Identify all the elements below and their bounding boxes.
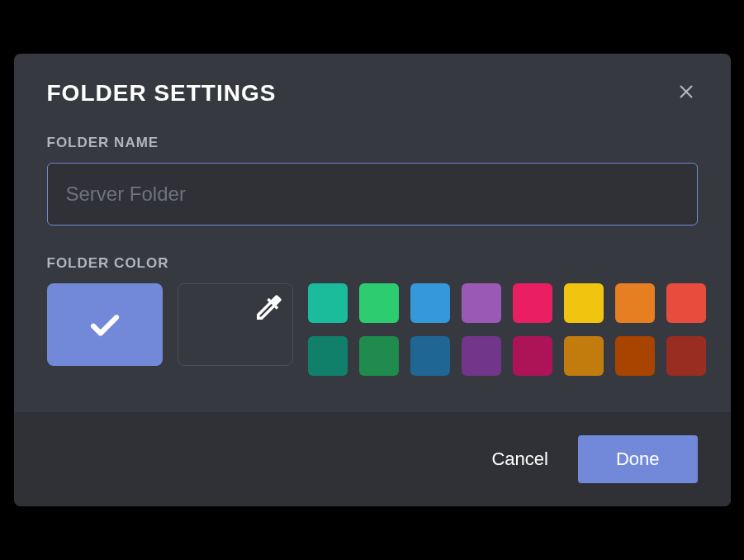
folder-color-label: FOLDER COLOR	[47, 255, 698, 272]
color-swatch[interactable]	[615, 336, 655, 376]
modal-footer: Cancel Done	[14, 412, 731, 506]
folder-settings-modal: FOLDER SETTINGS FOLDER NAME FOLDER COLOR	[14, 54, 731, 506]
color-swatch[interactable]	[359, 336, 399, 376]
color-swatch[interactable]	[308, 336, 348, 376]
color-swatch[interactable]	[513, 283, 552, 323]
modal-body: FOLDER SETTINGS FOLDER NAME FOLDER COLOR	[14, 54, 731, 412]
close-button[interactable]	[671, 77, 701, 107]
folder-name-label: FOLDER NAME	[47, 135, 698, 151]
color-swatch[interactable]	[513, 336, 552, 376]
close-icon	[677, 83, 695, 101]
done-button[interactable]: Done	[578, 435, 698, 483]
modal-title: FOLDER SETTINGS	[47, 80, 698, 107]
color-swatch[interactable]	[410, 336, 450, 376]
color-swatch[interactable]	[666, 336, 706, 376]
eyedropper-icon	[251, 291, 286, 325]
custom-color-swatch[interactable]	[178, 283, 293, 366]
color-palette-grid	[308, 283, 706, 376]
cancel-button[interactable]: Cancel	[485, 440, 554, 478]
color-swatch[interactable]	[615, 283, 655, 323]
default-color-swatch[interactable]	[47, 283, 163, 366]
color-swatch[interactable]	[308, 283, 348, 323]
color-swatch[interactable]	[462, 336, 501, 376]
color-swatch[interactable]	[410, 283, 450, 323]
color-picker-row	[47, 283, 698, 376]
color-swatch[interactable]	[359, 283, 399, 323]
color-swatch[interactable]	[564, 283, 604, 323]
color-swatch[interactable]	[666, 283, 706, 323]
checkmark-icon	[88, 307, 122, 342]
color-swatch[interactable]	[462, 283, 501, 323]
color-swatch[interactable]	[564, 336, 604, 376]
folder-name-input[interactable]	[47, 163, 698, 225]
